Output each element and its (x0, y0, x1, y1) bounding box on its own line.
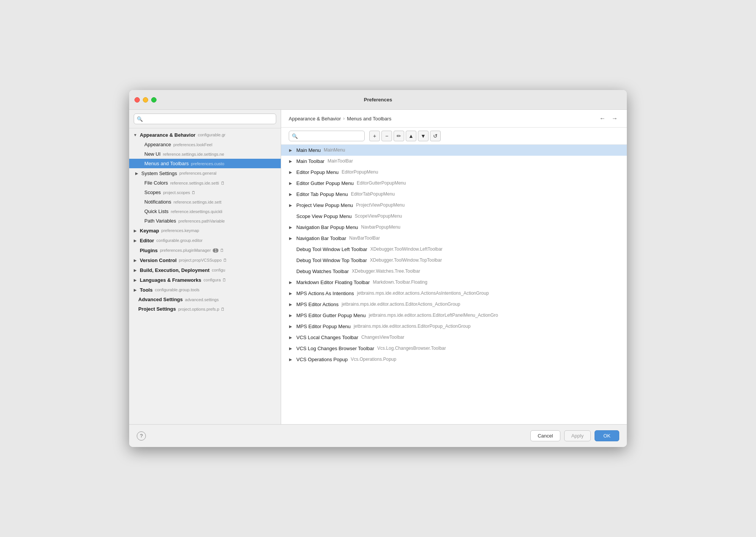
chevron-right-icon: ▶ (287, 290, 294, 297)
sidebar-item-menus-toolbars[interactable]: Menus and Toolbars preferences.custo (129, 159, 281, 168)
sidebar-item-appearance-behavior[interactable]: ▼ Appearance & Behavior configurable.gr (129, 130, 281, 140)
sidebar-item-build-execution[interactable]: ▶ Build, Execution, Deployment configu (129, 265, 281, 275)
breadcrumb: Appearance & Behavior › Menus and Toolba… (289, 116, 391, 122)
menu-item-project-view-popup[interactable]: ▶ Project View Popup Menu ProjectViewPop… (281, 200, 627, 211)
menu-item-nav-bar-toolbar[interactable]: ▶ Navigation Bar Toolbar NavBarToolBar (281, 233, 627, 244)
menu-item-debug-top-toolbar[interactable]: Debug Tool Window Top Toolbar XDebugger.… (281, 255, 627, 266)
menu-item-sublabel: XDebugger.ToolWindow.TopToolbar (370, 257, 442, 263)
item-subtext: preferences.pathVariable (179, 219, 225, 223)
sidebar-item-notifications[interactable]: Notifications reference.settings.ide.set… (129, 197, 281, 207)
menu-item-mps-editor-popup[interactable]: ▶ MPS Editor Popup Menu jetbrains.mps.id… (281, 321, 627, 332)
menu-item-vcs-local-changes[interactable]: ▶ VCS Local Changes Toolbar ChangesViewT… (281, 332, 627, 343)
sidebar-item-keymap[interactable]: ▶ Keymap preferences.keymap (129, 226, 281, 235)
menu-item-mps-intentions[interactable]: ▶ MPS Actions As Intentions jetbrains.mp… (281, 288, 627, 299)
sidebar-item-advanced-settings[interactable]: Advanced Settings advanced.settings (129, 295, 281, 304)
chevron-right-icon: ▶ (287, 301, 294, 308)
sidebar-item-file-colors[interactable]: File Colors reference.settings.ide.setti… (129, 178, 281, 188)
menu-item-label: Markdown Editor Floating Toolbar (296, 280, 370, 285)
group-subtext: configurable.group.tools (155, 287, 199, 292)
forward-button[interactable]: → (610, 114, 619, 123)
sidebar-item-system-settings[interactable]: ▶ System Settings preferences.general (129, 168, 281, 178)
group-subtext: configurable.gr (198, 133, 226, 137)
menu-item-label: Debug Watches Toolbar (296, 268, 349, 274)
back-button[interactable]: ← (598, 114, 607, 123)
menu-item-scope-view-popup[interactable]: Scope View Popup Menu ScopeViewPopupMenu (281, 211, 627, 222)
menu-item-vcs-operations-popup[interactable]: ▶ VCS Operations Popup Vcs.Operations.Po… (281, 354, 627, 365)
menu-item-vcs-log-browser[interactable]: ▶ VCS Log Changes Browser Toolbar Vcs.Lo… (281, 343, 627, 354)
menu-item-label: Editor Gutter Popup Menu (296, 180, 354, 186)
breadcrumb-current: Menus and Toolbars (347, 116, 391, 122)
search-wrap: 🔍 (289, 131, 365, 141)
chevron-right-icon: ▶ (287, 235, 294, 242)
menu-item-label: MPS Editor Actions (296, 302, 338, 307)
ok-button[interactable]: OK (595, 430, 619, 441)
group-label: Advanced Settings (138, 297, 183, 302)
list-search-input[interactable] (289, 131, 365, 141)
sidebar-search-input[interactable] (134, 114, 276, 124)
sidebar-item-quick-lists[interactable]: Quick Lists reference.idesettings.quickl… (129, 207, 281, 216)
sidebar-item-languages-frameworks[interactable]: ▶ Languages & Frameworks configura 🗒 (129, 275, 281, 285)
cancel-button[interactable]: Cancel (530, 430, 560, 441)
remove-button[interactable]: − (381, 131, 392, 141)
menu-item-sublabel: ChangesViewToolbar (361, 335, 404, 340)
file-icon: 🗒 (221, 181, 225, 185)
menu-item-nav-bar-popup[interactable]: ▶ Navigation Bar Popup Menu NavbarPopupM… (281, 222, 627, 233)
title-bar: Preferences (129, 90, 627, 110)
menu-item-editor-popup[interactable]: ▶ Editor Popup Menu EditorPopupMenu (281, 167, 627, 178)
breadcrumb-separator: › (343, 116, 345, 121)
maximize-button[interactable] (151, 97, 157, 103)
sidebar-item-editor[interactable]: ▶ Editor configurable.group.editor (129, 235, 281, 245)
menu-item-main-toolbar[interactable]: ▶ Main Toolbar MainToolBar (281, 156, 627, 167)
sidebar-item-appearance[interactable]: Appearance preferences.lookFeel (129, 140, 281, 149)
minimize-button[interactable] (143, 97, 148, 103)
menu-item-label: Scope View Popup Menu (296, 213, 352, 219)
menu-item-sublabel: jetbrains.mps.ide.editor.actions.Actions… (357, 291, 489, 296)
sidebar-item-scopes[interactable]: Scopes project.scopes 🗒 (129, 188, 281, 197)
plugins-badge: 1 (213, 248, 219, 253)
menu-item-debug-watches[interactable]: Debug Watches Toolbar XDebugger.Watches.… (281, 266, 627, 277)
chevron-right-icon: ▶ (132, 257, 138, 263)
sidebar-item-new-ui[interactable]: New UI reference.settings.ide.settings.n… (129, 149, 281, 159)
item-label: Quick Lists (144, 208, 169, 214)
chevron-right-icon: ▶ (132, 287, 138, 293)
move-up-button[interactable]: ▲ (406, 131, 416, 141)
chevron-right-icon: ▶ (287, 147, 294, 153)
menu-item-mps-editor-gutter[interactable]: ▶ MPS Editor Gutter Popup Menu jetbrains… (281, 310, 627, 321)
menu-item-mps-editor-actions[interactable]: ▶ MPS Editor Actions jetbrains.mps.ide.e… (281, 299, 627, 310)
group-label: Project Settings (138, 306, 176, 312)
sidebar-search-container: 🔍 (129, 110, 281, 128)
menu-item-debug-left-toolbar[interactable]: Debug Tool Window Left Toolbar XDebugger… (281, 244, 627, 255)
menu-item-label: Navigation Bar Popup Menu (296, 224, 358, 230)
apply-button[interactable]: Apply (564, 430, 591, 441)
item-subtext: reference.settings.ide.setti (170, 181, 219, 185)
sidebar-item-plugins[interactable]: Plugins preferences.pluginManager 1 🗒 (129, 245, 281, 255)
add-button[interactable]: + (369, 131, 380, 141)
item-subtext: reference.settings.ide.sett (174, 200, 221, 204)
item-subtext: reference.idesettings.quickli (171, 209, 223, 214)
file-icon: 🗒 (223, 258, 227, 262)
menu-item-sublabel: Vcs.Log.ChangesBrowser.Toolbar (377, 346, 446, 351)
chevron-right-icon: ▶ (132, 237, 138, 243)
menu-item-sublabel: MainToolBar (327, 158, 353, 164)
item-label: System Settings (141, 171, 177, 176)
menu-item-sublabel: XDebugger.Watches.Tree.Toolbar (352, 268, 420, 274)
menu-item-sublabel: MainMenu (324, 147, 345, 153)
menu-item-markdown-floating[interactable]: ▶ Markdown Editor Floating Toolbar Markd… (281, 277, 627, 288)
menu-item-label: Debug Tool Window Top Toolbar (296, 257, 367, 263)
reset-button[interactable]: ↺ (430, 131, 441, 141)
sidebar-item-tools[interactable]: ▶ Tools configurable.group.tools (129, 285, 281, 295)
menu-item-main-menu[interactable]: ▶ Main Menu MainMenu (281, 145, 627, 156)
edit-button[interactable]: ✏ (394, 131, 404, 141)
menu-item-editor-gutter-popup[interactable]: ▶ Editor Gutter Popup Menu EditorGutterP… (281, 178, 627, 189)
sidebar-item-project-settings[interactable]: Project Settings project.options.prefs.p… (129, 304, 281, 314)
sidebar-item-path-variables[interactable]: Path Variables preferences.pathVariable (129, 216, 281, 226)
chevron-right-icon: ▶ (287, 323, 294, 330)
help-button[interactable]: ? (137, 431, 146, 441)
chevron-right-icon: ▶ (287, 279, 294, 286)
menu-item-editor-tab-popup[interactable]: ▶ Editor Tab Popup Menu EditorTabPopupMe… (281, 189, 627, 200)
move-down-button[interactable]: ▼ (418, 131, 429, 141)
menu-item-label: Navigation Bar Toolbar (296, 235, 346, 241)
main-content: 🔍 ▼ Appearance & Behavior configurable.g… (129, 110, 627, 424)
close-button[interactable] (134, 97, 140, 103)
sidebar-item-version-control[interactable]: ▶ Version Control project.propVCSSuppo 🗒 (129, 255, 281, 265)
